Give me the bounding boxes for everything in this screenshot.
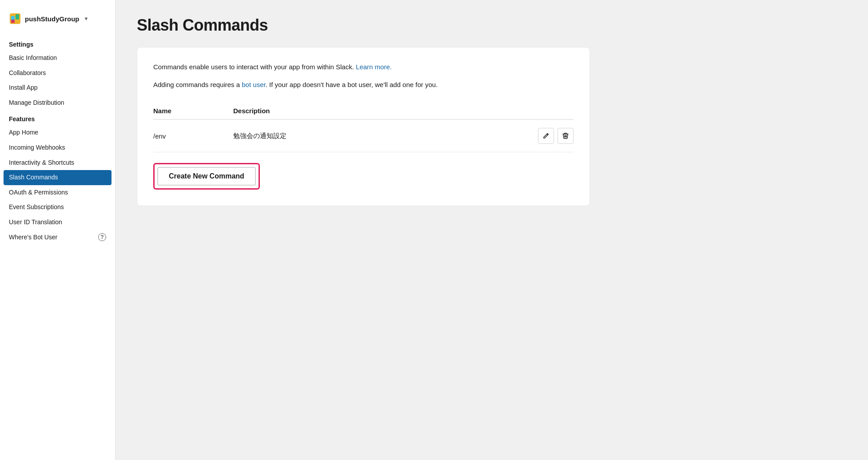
sidebar-item-event-subscriptions[interactable]: Event Subscriptions bbox=[0, 200, 115, 215]
trash-icon bbox=[562, 132, 569, 139]
sidebar-item-incoming-webhooks[interactable]: Incoming Webhooks bbox=[0, 140, 115, 155]
svg-rect-4 bbox=[16, 20, 19, 23]
sidebar-item-manage-distribution[interactable]: Manage Distribution bbox=[0, 95, 115, 111]
sidebar-item-install-app[interactable]: Install App bbox=[0, 80, 115, 95]
command-name: /env bbox=[153, 119, 233, 152]
sidebar-item-app-home[interactable]: App Home bbox=[0, 125, 115, 140]
edit-button[interactable] bbox=[538, 128, 554, 144]
wheres-bot-user-label: Where's Bot User bbox=[9, 234, 57, 241]
edit-icon bbox=[542, 132, 549, 139]
delete-button[interactable] bbox=[557, 128, 573, 144]
workspace-selector[interactable]: pushStudyGroup ▼ bbox=[0, 9, 115, 36]
action-buttons bbox=[529, 128, 573, 144]
workspace-chevron-icon: ▼ bbox=[84, 16, 89, 21]
workspace-icon bbox=[9, 12, 21, 25]
description-2: Adding commands requires a bot user. If … bbox=[153, 79, 573, 90]
bot-user-link[interactable]: bot user bbox=[242, 81, 265, 88]
sidebar-item-user-id-translation[interactable]: User ID Translation bbox=[0, 215, 115, 230]
description-1: Commands enable users to interact with y… bbox=[153, 62, 573, 72]
sidebar-item-oauth-permissions[interactable]: OAuth & Permissions bbox=[0, 185, 115, 200]
svg-rect-3 bbox=[11, 20, 15, 23]
content-card: Commands enable users to interact with y… bbox=[137, 47, 590, 206]
sidebar-item-wheres-bot-user[interactable]: Where's Bot User ? bbox=[0, 230, 115, 244]
learn-more-link[interactable]: Learn more. bbox=[356, 63, 392, 71]
sidebar-item-interactivity-shortcuts[interactable]: Interactivity & Shortcuts bbox=[0, 155, 115, 171]
commands-table: Name Description /env 勉強会の通知設定 bbox=[153, 103, 573, 152]
col-name-header: Name bbox=[153, 103, 233, 119]
help-icon: ? bbox=[98, 233, 106, 241]
sidebar-item-slash-commands[interactable]: Slash Commands bbox=[4, 170, 111, 185]
main-content: Slash Commands Commands enable users to … bbox=[115, 0, 868, 460]
col-description-header: Description bbox=[233, 103, 529, 119]
settings-section-title: Settings bbox=[0, 36, 115, 51]
page-title: Slash Commands bbox=[137, 16, 847, 35]
workspace-name: pushStudyGroup bbox=[25, 15, 80, 23]
svg-rect-2 bbox=[16, 14, 19, 20]
command-description: 勉強会の通知設定 bbox=[233, 119, 529, 152]
create-new-command-button[interactable]: Create New Command bbox=[157, 167, 256, 186]
table-row: /env 勉強会の通知設定 bbox=[153, 119, 573, 152]
sidebar-item-collaborators[interactable]: Collaborators bbox=[0, 66, 115, 81]
create-button-highlight: Create New Command bbox=[153, 163, 260, 190]
sidebar-item-basic-information[interactable]: Basic Information bbox=[0, 51, 115, 66]
col-actions-header bbox=[529, 103, 573, 119]
features-section-title: Features bbox=[0, 110, 115, 125]
sidebar: pushStudyGroup ▼ Settings Basic Informat… bbox=[0, 0, 115, 460]
